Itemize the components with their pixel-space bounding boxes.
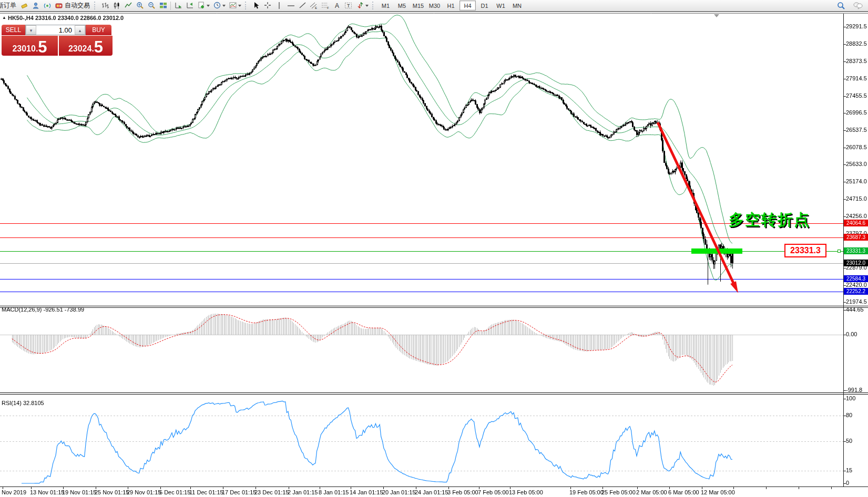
- price-tick-label: 25174.0: [846, 178, 867, 184]
- candlestick-chart-icon[interactable]: [111, 1, 122, 11]
- chart-window: ▲ HK50-,H4 23316.0 23340.0 22866.0 23012…: [0, 12, 868, 497]
- signals-icon[interactable]: [42, 1, 53, 11]
- zoom-in-icon[interactable]: [134, 1, 146, 11]
- price-chart-canvas[interactable]: [0, 12, 868, 497]
- trendline-tool-icon[interactable]: [297, 1, 308, 11]
- svg-text:T: T: [347, 3, 350, 8]
- line-chart-icon[interactable]: [122, 1, 134, 11]
- time-axis-label: 2 Jan 01:15: [288, 489, 318, 495]
- price-tick-label: 27455.5: [846, 92, 867, 99]
- buy-price-big-digit: 5: [94, 40, 103, 54]
- time-axis-label: 20 Jan 01:15: [382, 489, 416, 495]
- time-axis-label: 13 Nov 01:15: [30, 489, 64, 495]
- cursor-icon[interactable]: [250, 1, 262, 11]
- price-tick-label: 27914.5: [846, 75, 867, 81]
- svg-text:A: A: [335, 2, 339, 9]
- timeframe-button-w1[interactable]: W1: [493, 1, 508, 10]
- periods-button[interactable]: [211, 1, 227, 11]
- vertical-line-tool-icon[interactable]: [273, 1, 285, 11]
- zoom-out-icon[interactable]: [146, 1, 157, 11]
- auto-trading-icon: [55, 2, 63, 9]
- price-badge: 22584.3: [844, 275, 868, 282]
- auto-scroll-icon[interactable]: [172, 1, 184, 11]
- search-icon[interactable]: [835, 1, 847, 11]
- fibonacci-tool-icon[interactable]: F: [320, 1, 331, 11]
- rsi-tick-label: 80: [846, 412, 852, 418]
- periods-dropdown-caret: [222, 5, 226, 7]
- toolbar-grip: [245, 2, 249, 9]
- price-tick-label: 29291.5: [846, 23, 867, 29]
- timeframe-button-mn[interactable]: MN: [509, 1, 525, 10]
- timeframe-button-m5[interactable]: M5: [394, 1, 410, 10]
- bar-chart-icon[interactable]: [99, 1, 111, 11]
- arrows-tool-button[interactable]: [354, 1, 370, 11]
- chart-ohlc-values: 23316.0 23340.0 22866.0 23012.0: [35, 15, 124, 21]
- price-callout-label: 23331.3: [784, 244, 826, 257]
- price-tick-label: 24256.0: [846, 213, 867, 219]
- chart-symbol-period: HK50-,H4: [8, 15, 34, 21]
- volume-control: ▾ ▴: [25, 25, 86, 35]
- timeframe-button-h4[interactable]: H4: [459, 1, 476, 11]
- time-axis-label: 25 Nov 01:15: [95, 489, 129, 495]
- new-order-button[interactable]: 新订单: [0, 1, 18, 11]
- templates-button[interactable]: [227, 1, 243, 11]
- chat-icon[interactable]: [852, 1, 864, 11]
- text-tool-icon[interactable]: A: [331, 1, 343, 11]
- arrows-dropdown-caret: [365, 5, 369, 7]
- time-axis-label: 3 Feb 05:00: [447, 489, 478, 495]
- chart-shift-icon[interactable]: [184, 1, 196, 11]
- horizontal-line-tool-icon[interactable]: [285, 1, 297, 11]
- templates-icon: [229, 2, 237, 9]
- time-axis-label: 14 Jan 01:15: [350, 489, 383, 495]
- crosshair-icon[interactable]: [262, 1, 273, 11]
- price-tick-label: 26537.5: [846, 127, 867, 133]
- indicators-icon: [198, 2, 206, 9]
- timeframe-button-h1[interactable]: H1: [443, 1, 458, 10]
- buy-price-int: 23024: [68, 44, 92, 54]
- time-axis-label: 8 Jan 01:15: [319, 489, 349, 495]
- time-axis-label: 25 Feb 05:00: [601, 489, 636, 495]
- indicators-dropdown-caret: [207, 5, 210, 7]
- buy-button[interactable]: BUY: [86, 25, 111, 35]
- time-axis-label: 11 Dec 01:15: [189, 489, 223, 495]
- chart-title: ▲ HK50-,H4 23316.0 23340.0 22866.0 23012…: [2, 15, 124, 21]
- timeframe-bar: M1M5M15M30H1H4D1W1MN: [377, 1, 525, 11]
- time-axis-label: 19 Nov 01:15: [62, 489, 96, 495]
- sell-price-big-digit: 5: [38, 40, 47, 54]
- price-badge: 24064.6: [844, 220, 868, 226]
- rsi-tick-label: 15: [846, 467, 852, 473]
- volume-decrease-button[interactable]: ▾: [26, 25, 36, 35]
- volume-input[interactable]: [36, 25, 75, 35]
- timeframe-button-m1[interactable]: M1: [378, 1, 393, 10]
- time-axis-label: 7 Feb 05:00: [478, 489, 509, 495]
- toolbar-grip: [372, 2, 376, 9]
- channel-tool-icon[interactable]: E: [308, 1, 320, 11]
- rsi-indicator-label: RSI(14) 32.8105: [2, 400, 44, 406]
- timeframe-button-m30[interactable]: M30: [427, 1, 442, 10]
- auto-trading-button[interactable]: 自动交易: [53, 1, 92, 11]
- time-axis-label: Nov 2019: [2, 489, 26, 495]
- timeframe-button-d1[interactable]: D1: [477, 1, 492, 10]
- price-tick-label: 22420.0: [846, 282, 867, 288]
- symbol-marker-icon: ▲: [2, 15, 6, 20]
- tile-windows-icon[interactable]: [157, 1, 169, 11]
- volume-increase-button[interactable]: ▴: [75, 25, 85, 35]
- time-axis-label: 6 Mar 05:00: [668, 489, 699, 495]
- templates-dropdown-caret: [238, 5, 241, 7]
- time-axis-label: 29 Nov 01:15: [127, 489, 161, 495]
- chart-annotation-text: 多空转折点: [729, 210, 810, 231]
- time-axis-label: 24 Jan 01:15: [415, 489, 448, 495]
- price-tick-label: 21974.5: [846, 298, 867, 305]
- timeframe-button-m15[interactable]: M15: [411, 1, 426, 10]
- eraser-icon[interactable]: [18, 1, 30, 11]
- sell-button[interactable]: SELL: [2, 25, 25, 35]
- buy-price[interactable]: 23024.5: [59, 36, 113, 56]
- expert-advisors-icon[interactable]: [30, 1, 42, 11]
- text-label-tool-icon[interactable]: T: [343, 1, 354, 11]
- indicators-button[interactable]: [196, 1, 211, 11]
- periods-clock-icon: [213, 2, 221, 9]
- time-axis-label: 5 Dec 01:15: [159, 489, 190, 495]
- arrows-tool-icon: [356, 2, 364, 9]
- one-click-trading-panel: SELL ▾ ▴ BUY 23010.5 23024.5: [2, 25, 113, 56]
- sell-price[interactable]: 23010.5: [2, 36, 58, 56]
